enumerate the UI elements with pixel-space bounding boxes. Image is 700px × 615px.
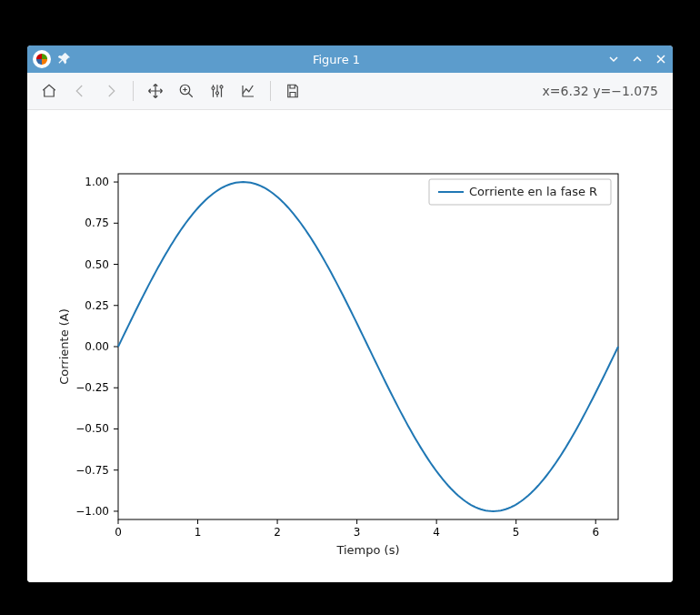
window-title: Figure 1 [71,53,602,66]
maximize-button[interactable] [625,45,649,73]
svg-text:−1.00: −1.00 [75,505,109,518]
svg-text:0.50: 0.50 [85,258,109,271]
svg-point-4 [220,86,223,88]
pin-icon[interactable] [58,52,71,67]
pan-button[interactable] [143,78,168,104]
svg-text:0.00: 0.00 [85,340,109,353]
svg-text:Corriente en la fase R: Corriente en la fase R [469,185,597,198]
svg-text:1.00: 1.00 [85,176,109,188]
svg-text:0.25: 0.25 [85,299,109,312]
titlebar: Figure 1 [27,45,673,73]
figure-window: Figure 1 [27,45,673,582]
minimize-button[interactable] [602,45,625,73]
svg-text:1: 1 [195,526,202,539]
separator [133,81,134,101]
svg-text:5: 5 [513,526,520,539]
svg-text:0.75: 0.75 [85,217,109,229]
svg-text:Tiempo (s): Tiempo (s) [335,543,399,557]
svg-text:−0.25: −0.25 [75,381,109,394]
save-button[interactable] [280,78,305,104]
plot-canvas[interactable]: 0123456−1.00−0.75−0.50−0.250.000.250.500… [27,110,673,582]
svg-text:0: 0 [115,526,122,539]
toolbar: x=6.32 y=−1.075 [27,73,673,110]
home-button[interactable] [36,78,62,104]
svg-text:6: 6 [592,526,599,539]
close-button[interactable] [649,45,673,73]
app-icon [33,50,51,68]
svg-point-3 [216,92,219,95]
svg-text:2: 2 [274,526,281,539]
forward-button[interactable] [98,78,124,104]
svg-text:4: 4 [433,526,440,539]
svg-text:−0.75: −0.75 [75,464,109,477]
zoom-button[interactable] [174,78,199,104]
svg-point-2 [212,87,215,90]
svg-text:Corriente (A): Corriente (A) [57,308,71,385]
cursor-coordinates: x=6.32 y=−1.075 [543,84,664,98]
svg-text:−0.50: −0.50 [75,422,109,435]
back-button[interactable] [67,78,93,104]
plot-svg: 0123456−1.00−0.75−0.50−0.250.000.250.500… [27,110,673,582]
svg-text:3: 3 [354,526,361,539]
separator [270,81,271,101]
edit-axes-button[interactable] [235,78,261,104]
configure-subplots-button[interactable] [205,78,230,104]
